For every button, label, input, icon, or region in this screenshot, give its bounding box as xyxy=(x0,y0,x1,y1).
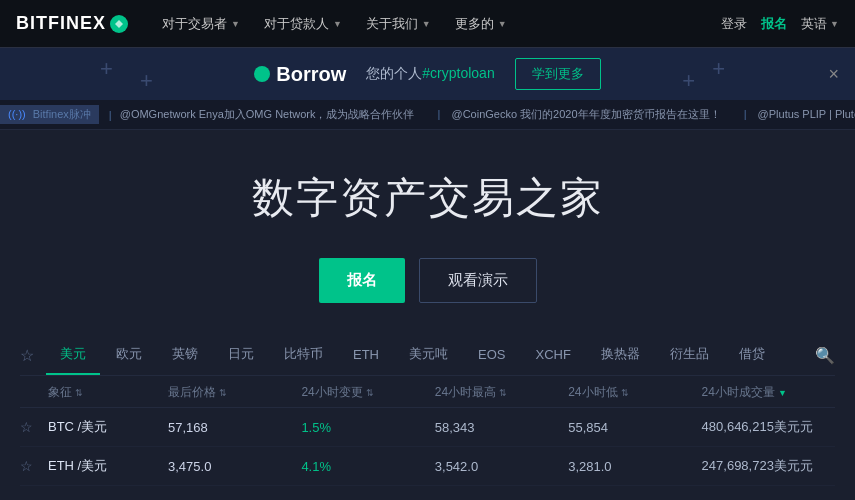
ticker-item-3: @Plutus PLIP | Pluton流动 xyxy=(758,108,855,120)
banner-logo: Borrow xyxy=(254,63,346,86)
logo-icon xyxy=(110,15,128,33)
chevron-down-icon: ▼ xyxy=(333,19,342,29)
tab-jpy[interactable]: 日元 xyxy=(214,335,268,375)
ticker-item-2: @CoinGecko 我们的2020年年度加密货币报告在这里！ xyxy=(451,108,720,120)
nav-label-about: 关于我们 xyxy=(366,15,418,33)
banner-text: 您的个人#cryptoloan xyxy=(366,65,494,83)
row-high: 3,542.0 xyxy=(435,459,568,474)
nav-label-lenders: 对于贷款人 xyxy=(264,15,329,33)
decorative-plus-1: + xyxy=(100,56,113,82)
logo-text: BITFINEX xyxy=(16,13,106,34)
market-tabs: ☆ 美元 欧元 英镑 日元 比特币 ETH 美元吨 EOS XCHF 换热器 衍… xyxy=(20,335,835,376)
nav-items: 对于交易者 ▼ 对于贷款人 ▼ 关于我们 ▼ 更多的 ▼ xyxy=(152,11,721,37)
ticker-pulse-label: ((·)) Bitfinex脉冲 xyxy=(0,105,99,124)
promo-banner: + + + + Borrow 您的个人#cryptoloan 学到更多 × xyxy=(0,48,855,100)
nav-right: 登录 报名 英语 ▼ xyxy=(721,15,839,33)
banner-hashtag: #cryptoloan xyxy=(422,65,494,81)
row-symbol: ETH /美元 xyxy=(48,457,168,475)
row-volume: 247,698,723美元元 xyxy=(702,458,813,473)
tab-eur[interactable]: 欧元 xyxy=(102,335,156,375)
hero-register-button[interactable]: 报名 xyxy=(319,258,405,303)
logo: BITFINEX xyxy=(16,13,128,34)
market-section: ☆ 美元 欧元 英镑 日元 比特币 ETH 美元吨 EOS XCHF 换热器 衍… xyxy=(0,335,855,486)
th-volume: 24小时成交量 ▼ xyxy=(702,384,835,401)
favorites-tab-icon[interactable]: ☆ xyxy=(20,346,34,365)
login-button[interactable]: 登录 xyxy=(721,15,747,33)
sort-icon[interactable]: ⇅ xyxy=(219,388,227,398)
sort-active-icon[interactable]: ▼ xyxy=(778,388,787,398)
th-change: 24小时变更 ⇅ xyxy=(301,384,434,401)
nav-item-traders[interactable]: 对于交易者 ▼ xyxy=(152,11,250,37)
row-change: 1.5% xyxy=(301,420,434,435)
tab-btc[interactable]: 比特币 xyxy=(270,335,337,375)
decorative-plus-2: + xyxy=(140,68,153,94)
th-low: 24小时低 ⇅ xyxy=(568,384,701,401)
row-low: 55,854 xyxy=(568,420,701,435)
row-low: 3,281.0 xyxy=(568,459,701,474)
hero-demo-button[interactable]: 观看演示 xyxy=(419,258,537,303)
decorative-plus-3: + xyxy=(712,56,725,82)
th-high: 24小时最高 ⇅ xyxy=(435,384,568,401)
tab-xchf[interactable]: XCHF xyxy=(521,337,584,374)
borrow-logo-icon xyxy=(254,66,270,82)
th-symbol: 象征 ⇅ xyxy=(48,384,168,401)
sort-icon[interactable]: ⇅ xyxy=(499,388,507,398)
nav-label-traders: 对于交易者 xyxy=(162,15,227,33)
ticker-item-1: @OMGnetwork Enya加入OMG Network，成为战略合作伙伴 xyxy=(120,108,415,120)
th-star xyxy=(20,384,48,401)
favorite-icon[interactable]: ☆ xyxy=(20,419,48,435)
decorative-plus-4: + xyxy=(682,68,695,94)
sort-icon[interactable]: ⇅ xyxy=(621,388,629,398)
row-change: 4.1% xyxy=(301,459,434,474)
ticker-items: @OMGnetwork Enya加入OMG Network，成为战略合作伙伴 |… xyxy=(120,107,855,122)
ticker-divider-2: | xyxy=(744,108,747,120)
banner-brand: Borrow xyxy=(276,63,346,86)
row-volume-cell: 480,646,215美元元 xyxy=(702,418,835,436)
tab-usd[interactable]: 美元 xyxy=(46,335,100,375)
nav-item-lenders[interactable]: 对于贷款人 ▼ xyxy=(254,11,352,37)
row-symbol: BTC /美元 xyxy=(48,418,168,436)
chevron-down-icon: ▼ xyxy=(231,19,240,29)
nav-item-more[interactable]: 更多的 ▼ xyxy=(445,11,517,37)
hero-title: 数字资产交易之家 xyxy=(252,170,604,226)
sort-icon[interactable]: ⇅ xyxy=(366,388,374,398)
row-volume-cell: 247,698,723美元元 xyxy=(702,457,835,475)
sort-icon[interactable]: ⇅ xyxy=(75,388,83,398)
row-price: 3,475.0 xyxy=(168,459,301,474)
tab-udt[interactable]: 美元吨 xyxy=(395,335,462,375)
tab-eth[interactable]: ETH xyxy=(339,337,393,374)
language-label: 英语 xyxy=(801,15,827,33)
chevron-down-icon: ▼ xyxy=(498,19,507,29)
table-row: ☆ ETH /美元 3,475.0 4.1% 3,542.0 3,281.0 2… xyxy=(20,447,835,486)
th-price: 最后价格 ⇅ xyxy=(168,384,301,401)
nav-label-more: 更多的 xyxy=(455,15,494,33)
close-banner-button[interactable]: × xyxy=(828,64,839,85)
table-header: 象征 ⇅ 最后价格 ⇅ 24小时变更 ⇅ 24小时最高 ⇅ 24小时低 ⇅ 24… xyxy=(20,376,835,408)
tab-exchange[interactable]: 换热器 xyxy=(587,335,654,375)
ticker-divider: | xyxy=(438,108,441,120)
learn-more-button[interactable]: 学到更多 xyxy=(515,58,601,90)
ticker-separator: | xyxy=(109,109,112,121)
row-price: 57,168 xyxy=(168,420,301,435)
row-volume: 480,646,215美元元 xyxy=(702,419,813,434)
tab-lending[interactable]: 借贷 xyxy=(725,335,779,375)
hero-buttons: 报名 观看演示 xyxy=(319,258,537,303)
register-button[interactable]: 报名 xyxy=(761,15,787,33)
tab-eos[interactable]: EOS xyxy=(464,337,519,374)
tab-derivatives[interactable]: 衍生品 xyxy=(656,335,723,375)
navbar: BITFINEX 对于交易者 ▼ 对于贷款人 ▼ 关于我们 ▼ 更多的 ▼ 登录… xyxy=(0,0,855,48)
row-high: 58,343 xyxy=(435,420,568,435)
chevron-down-icon: ▼ xyxy=(830,19,839,29)
language-selector[interactable]: 英语 ▼ xyxy=(801,15,839,33)
favorite-icon[interactable]: ☆ xyxy=(20,458,48,474)
news-ticker: ((·)) Bitfinex脉冲 | @OMGnetwork Enya加入OMG… xyxy=(0,100,855,130)
chevron-down-icon: ▼ xyxy=(422,19,431,29)
nav-item-about[interactable]: 关于我们 ▼ xyxy=(356,11,441,37)
tab-gbp[interactable]: 英镑 xyxy=(158,335,212,375)
hero-section: 数字资产交易之家 报名 观看演示 xyxy=(0,130,855,335)
table-row: ☆ BTC /美元 57,168 1.5% 58,343 55,854 480,… xyxy=(20,408,835,447)
search-icon[interactable]: 🔍 xyxy=(815,346,835,365)
